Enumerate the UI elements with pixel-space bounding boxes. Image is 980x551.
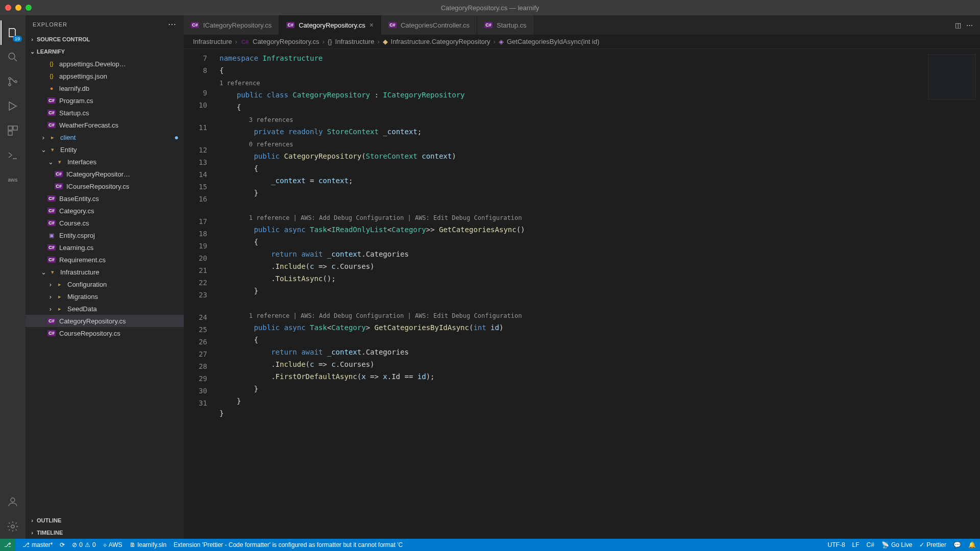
csharp-icon: C#: [47, 220, 56, 226]
extensions-icon[interactable]: [1, 118, 25, 143]
csharp-icon: C#: [47, 330, 56, 336]
close-tab-icon[interactable]: ×: [370, 21, 374, 29]
editor-body[interactable]: 78 910 11 1213141516 17181920212223 2425…: [184, 49, 980, 539]
language-mode[interactable]: C#: [867, 541, 874, 548]
sync-icon[interactable]: ⟳: [60, 541, 65, 548]
tab-icategoryrepository[interactable]: C#ICategoryRepository.cs: [184, 15, 279, 35]
codelens[interactable]: 1 reference | AWS: Add Debug Configurati…: [249, 214, 522, 221]
encoding[interactable]: UTF-8: [828, 541, 845, 548]
project-section[interactable]: ⌄ LEARNIFY: [26, 45, 184, 58]
chevron-down-icon: ⌄: [47, 158, 54, 166]
split-editor-icon[interactable]: ◫: [955, 21, 961, 29]
svg-point-1: [9, 78, 11, 80]
folder-infrastructure[interactable]: ⌄▾Infrastructure: [26, 266, 184, 278]
explorer-badge: 19: [13, 36, 22, 42]
folder-migrations[interactable]: ›▸Migrations: [26, 290, 184, 303]
folder-seeddata[interactable]: ›▸SeedData: [26, 303, 184, 315]
minimap[interactable]: [924, 49, 980, 539]
file-learnifydb[interactable]: ●learnify.db: [26, 82, 184, 94]
breadcrumb-item[interactable]: Infrastructure: [193, 38, 232, 45]
explorer-icon[interactable]: 19: [1, 20, 25, 45]
database-icon: ●: [47, 85, 56, 91]
folder-icon: ▸: [55, 281, 64, 288]
source-control-icon[interactable]: [1, 69, 25, 94]
sidebar-header: EXPLORER ⋯: [26, 15, 184, 33]
file-learning[interactable]: C#Learning.cs: [26, 241, 184, 254]
file-baseentity[interactable]: C#BaseEntity.cs: [26, 192, 184, 205]
csharp-icon: C#: [388, 22, 397, 28]
main-area: 19 aws: [0, 15, 980, 539]
codelens[interactable]: 1 reference: [219, 80, 260, 87]
tab-startup[interactable]: C#Startup.cs: [477, 15, 534, 35]
search-icon[interactable]: [1, 45, 25, 69]
notifications-icon[interactable]: 🔔: [968, 541, 976, 548]
errors-count[interactable]: ⊘ 0 ⚠ 0: [72, 541, 95, 548]
codelens[interactable]: 1 reference | AWS: Add Debug Configurati…: [249, 312, 522, 319]
code-content[interactable]: namespace Infrastructure { 1 reference p…: [214, 49, 924, 539]
git-branch[interactable]: ⎇ master*: [22, 541, 53, 548]
breadcrumb[interactable]: Infrastructure› C#CategoryRepository.cs›…: [184, 35, 980, 49]
chevron-down-icon: ⌄: [29, 48, 36, 55]
breadcrumb-item[interactable]: GetCategoriesByIdAsync(int id): [507, 38, 599, 45]
run-debug-icon[interactable]: [1, 94, 25, 118]
csharp-icon: C#: [47, 97, 56, 104]
breadcrumb-item[interactable]: CategoryRepository.cs: [253, 38, 320, 45]
eol[interactable]: LF: [852, 541, 860, 548]
csharp-icon: C#: [47, 110, 56, 116]
svg-point-3: [15, 81, 17, 83]
tab-categoriescontroller[interactable]: C#CategoriesController.cs: [381, 15, 477, 35]
file-appsettings[interactable]: {}appsettings.json: [26, 70, 184, 82]
status-message[interactable]: Extension 'Prettier - Code formatter' is…: [174, 541, 403, 548]
file-entitycsproj[interactable]: ▣Entity.csproj: [26, 229, 184, 241]
file-startup[interactable]: C#Startup.cs: [26, 107, 184, 119]
outline-section[interactable]: › OUTLINE: [26, 514, 184, 527]
json-icon: {}: [47, 73, 56, 79]
file-icourse[interactable]: C#ICourseRepository.cs: [26, 180, 184, 192]
more-actions-icon[interactable]: ⋯: [966, 21, 973, 29]
svg-rect-5: [13, 126, 17, 130]
aws-icon[interactable]: aws: [1, 167, 25, 192]
sidebar-more-icon[interactable]: ⋯: [168, 19, 177, 29]
file-weather[interactable]: C#WeatherForecast.cs: [26, 119, 184, 131]
close-window[interactable]: [5, 5, 11, 11]
folder-interfaces[interactable]: ⌄▾Interfaces: [26, 156, 184, 168]
minimize-window[interactable]: [15, 5, 21, 11]
file-appsettings-dev[interactable]: {}appsettings.Develop…: [26, 58, 184, 70]
folder-client[interactable]: ›▸client●: [26, 131, 184, 143]
file-requirement[interactable]: C#Requirement.cs: [26, 254, 184, 266]
folder-entity[interactable]: ⌄▾Entity: [26, 143, 184, 156]
file-icategory[interactable]: C#ICategoryRepositor…: [26, 168, 184, 180]
prettier-status[interactable]: ✓ Prettier: [919, 541, 946, 548]
file-courserepository[interactable]: C#CourseRepository.cs: [26, 327, 184, 339]
namespace-icon: {}: [328, 38, 332, 45]
svg-point-2: [9, 84, 11, 86]
folder-configuration[interactable]: ›▸Configuration: [26, 278, 184, 290]
tab-categoryrepository[interactable]: C#CategoryRepository.cs×: [279, 15, 381, 35]
activity-bar: 19 aws: [0, 15, 26, 539]
file-categoryrepository[interactable]: C#CategoryRepository.cs: [26, 315, 184, 327]
maximize-window[interactable]: [26, 5, 32, 11]
file-program[interactable]: C#Program.cs: [26, 94, 184, 107]
file-course[interactable]: C#Course.cs: [26, 217, 184, 229]
solution-file[interactable]: 🗎 learnify.sln: [130, 541, 166, 548]
folder-icon: ▸: [55, 293, 64, 300]
breadcrumb-item[interactable]: Infrastructure.CategoryRepository: [391, 38, 491, 45]
go-live[interactable]: 📡 Go Live: [881, 541, 912, 548]
csharp-icon: C#: [47, 244, 56, 251]
breadcrumb-item[interactable]: Infrastructure: [335, 38, 375, 45]
codelens[interactable]: 3 references: [249, 116, 293, 123]
remote-indicator[interactable]: ⎇: [0, 539, 15, 551]
codelens[interactable]: 0 references: [249, 141, 293, 148]
accounts-icon[interactable]: [1, 490, 25, 514]
source-control-section[interactable]: › SOURCE CONTROL: [26, 33, 184, 45]
feedback-icon[interactable]: 💬: [953, 541, 961, 548]
file-category[interactable]: C#Category.cs: [26, 205, 184, 217]
explorer-title: EXPLORER: [33, 21, 67, 28]
settings-gear-icon[interactable]: [1, 514, 25, 539]
svg-rect-4: [8, 126, 12, 130]
folder-icon: ▾: [48, 146, 57, 153]
aws-status[interactable]: ⟐ AWS: [103, 541, 122, 548]
csharp-icon: C#: [55, 183, 63, 189]
terminal-icon[interactable]: [1, 143, 25, 167]
timeline-section[interactable]: › TIMELINE: [26, 527, 184, 539]
